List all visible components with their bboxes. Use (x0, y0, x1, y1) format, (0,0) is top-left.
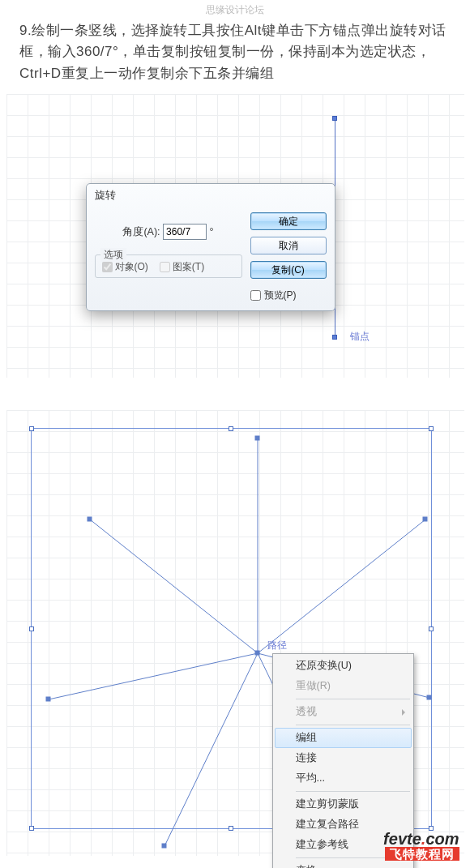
angle-input[interactable] (163, 224, 207, 240)
submenu-arrow-icon (402, 709, 405, 716)
svg-rect-10 (162, 844, 166, 848)
anchor-point-bottom[interactable] (332, 335, 337, 340)
site-name: 飞特教程网 (385, 847, 459, 861)
path-label: 路径 (267, 639, 287, 652)
ctx-item-transform[interactable]: 变换 (275, 861, 412, 868)
ctx-item-average[interactable]: 平均... (275, 768, 412, 789)
anchor-point-top[interactable] (332, 116, 337, 121)
pattern-checkbox[interactable]: 图案(T) (160, 260, 204, 274)
svg-rect-12 (427, 695, 431, 699)
svg-rect-13 (423, 517, 427, 521)
ctx-item-label: 透视 (296, 706, 317, 717)
ctx-item-undo-transform[interactable]: 还原变换(U) (275, 656, 412, 676)
svg-line-3 (164, 653, 258, 846)
canvas-bottom[interactable]: 路径 还原变换(U) 重做(R) 透视 编组 连接 平均... 建立剪切蒙版 建… (6, 410, 464, 856)
ctx-item-join[interactable]: 连接 (275, 748, 412, 768)
cancel-button[interactable]: 取消 (250, 237, 327, 254)
svg-rect-9 (46, 697, 50, 701)
ctx-item-redo: 重做(R) (275, 676, 412, 696)
pattern-checkbox-input[interactable] (160, 262, 170, 272)
pattern-checkbox-label: 图案(T) (173, 260, 204, 274)
angle-unit: ° (210, 226, 214, 237)
ctx-separator (296, 791, 410, 792)
ctx-separator (296, 699, 410, 699)
object-checkbox-label: 对象(O) (115, 260, 148, 274)
rotate-dialog: 旋转 角度(A): ° 选项 对象(O) (86, 183, 335, 311)
ctx-item-perspective: 透视 (275, 702, 412, 722)
options-legend: 选项 (100, 248, 126, 262)
ctx-item-label: 变换 (296, 865, 317, 868)
preview-checkbox[interactable]: 预览(P) (250, 289, 327, 302)
step-instruction: 9.绘制一条竖线，选择旋转工具按住Alt键单击下方锚点弹出旋转对话框，输入360… (0, 20, 470, 94)
preview-checkbox-label: 预览(P) (264, 289, 297, 302)
ctx-item-group[interactable]: 编组 (275, 728, 412, 748)
preview-checkbox-input[interactable] (250, 290, 261, 301)
footer-branding: fevte.com 飞特教程网 (383, 831, 459, 861)
dialog-title: 旋转 (87, 184, 335, 207)
canvas-top[interactable]: 锚点 旋转 角度(A): ° 选项 对象(O) (6, 94, 464, 378)
angle-label: 角度(A): (122, 226, 160, 237)
svg-rect-7 (255, 436, 259, 440)
angle-row: 角度(A): ° (95, 224, 242, 240)
anchor-label: 锚点 (350, 330, 370, 344)
svg-rect-8 (88, 517, 92, 521)
brand-logo: fevte.com (383, 831, 459, 847)
ctx-item-make-clipping-mask[interactable]: 建立剪切蒙版 (275, 794, 412, 815)
brand-prefix: fevte (383, 830, 421, 848)
svg-line-6 (258, 520, 425, 653)
object-checkbox[interactable]: 对象(O) (102, 260, 148, 274)
svg-line-1 (90, 520, 258, 653)
watermark-text: 思缘设计论坛 (0, 0, 470, 20)
svg-line-2 (49, 653, 258, 699)
object-checkbox-input[interactable] (102, 262, 113, 272)
ctx-separator (296, 725, 410, 725)
brand-suffix: com (425, 830, 459, 848)
ok-button[interactable]: 确定 (250, 212, 327, 230)
copy-button[interactable]: 复制(C) (250, 261, 327, 279)
svg-rect-14 (255, 651, 259, 655)
options-group: 选项 对象(O) 图案(T) (95, 254, 242, 278)
